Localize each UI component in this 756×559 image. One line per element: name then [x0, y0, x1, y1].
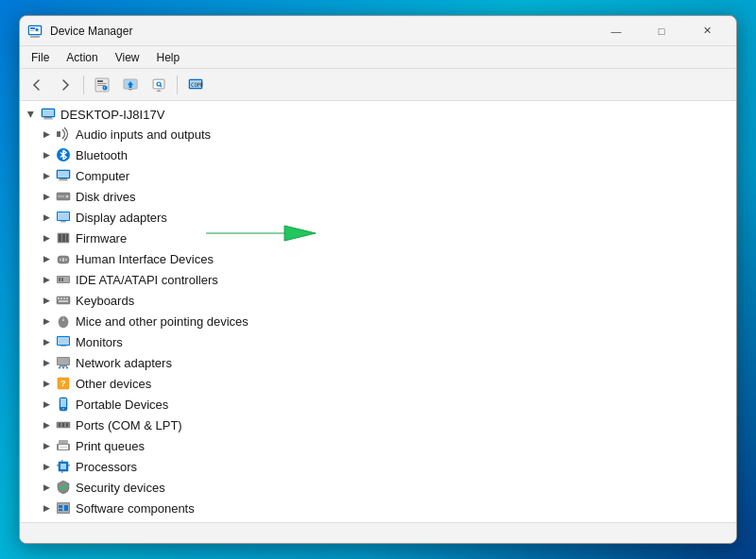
close-button[interactable]: ✕	[685, 16, 729, 46]
expand-arrow-keyboards: ▶	[39, 293, 54, 308]
expand-arrow-security: ▶	[39, 480, 54, 495]
tree-item-monitors[interactable]: ▶ Monitors	[20, 331, 736, 352]
svg-rect-31	[59, 180, 68, 181]
tree-root[interactable]: ▶ DESKTOP-IJ8I17V	[20, 105, 736, 124]
menu-view[interactable]: View	[108, 49, 147, 66]
svg-rect-55	[59, 300, 68, 302]
expand-arrow-bluetooth: ▶	[39, 147, 54, 162]
processors-icon	[56, 459, 71, 474]
svg-rect-89	[59, 505, 62, 508]
tree-item-mice[interactable]: ▶ Mice and other pointing devices	[20, 311, 736, 331]
svg-rect-34	[58, 195, 64, 197]
svg-point-33	[66, 195, 69, 198]
svg-rect-91	[64, 505, 68, 511]
svg-rect-71	[60, 398, 66, 407]
window-controls: — □ ✕	[594, 16, 729, 46]
expand-arrow-other: ▶	[39, 376, 54, 391]
tree-item-keyboards[interactable]: ▶ Keyboards	[20, 290, 736, 311]
toolbar-separator-1	[83, 76, 84, 94]
maximize-button[interactable]: □	[640, 16, 683, 46]
svg-rect-85	[61, 460, 63, 462]
menu-help[interactable]: Help	[149, 49, 188, 66]
svg-rect-39	[59, 234, 61, 242]
svg-rect-60	[58, 337, 69, 345]
tree-item-bluetooth[interactable]: ▶ Bluetooth	[20, 144, 736, 165]
svg-rect-16	[154, 80, 163, 88]
svg-rect-53	[63, 297, 65, 299]
scan-button[interactable]	[146, 73, 172, 97]
security-label: Security devices	[76, 481, 165, 495]
update-driver-button[interactable]	[117, 73, 144, 97]
tree-item-portable[interactable]: ▶ Portable Devices	[20, 394, 736, 415]
tree-content[interactable]: ▶ DESKTOP-IJ8I17V ▶ Audio inputs and out…	[20, 101, 736, 522]
tree-item-computer[interactable]: ▶ Computer	[20, 165, 736, 186]
expand-arrow-audio: ▶	[39, 127, 54, 142]
svg-rect-37	[60, 221, 66, 223]
tree-item-hid[interactable]: ▶ Human Interface Devices	[20, 248, 736, 269]
tree-item-ports[interactable]: ▶ Ports (COM & LPT)	[20, 415, 736, 435]
tree-item-firmware[interactable]: ▶ Firmware	[20, 228, 736, 248]
menu-file[interactable]: File	[24, 49, 57, 66]
svg-point-43	[60, 259, 61, 261]
tree-item-ide[interactable]: ▶ IDE ATA/ATAPI controllers	[20, 269, 736, 290]
svg-rect-82	[60, 464, 66, 469]
expand-arrow-ports: ▶	[39, 417, 54, 432]
softwarecomp-icon	[56, 500, 71, 516]
tree-item-diskdrives[interactable]: ▶ Disk drives	[20, 186, 736, 207]
expand-arrow-displayadapters: ▶	[39, 210, 54, 225]
svg-rect-9	[97, 83, 107, 84]
other-label: Other devices	[76, 377, 151, 391]
tree-item-network[interactable]: ▶ Network adapters	[20, 352, 736, 373]
tree-item-softwarecomp[interactable]: ▶ Software components	[20, 498, 736, 518]
status-bar	[20, 522, 736, 543]
softwarecomp-label: Software components	[76, 501, 195, 516]
svg-rect-29	[58, 171, 69, 178]
diskdrives-label: Disk drives	[76, 190, 136, 204]
help-button[interactable]: COMP	[182, 73, 209, 97]
expand-arrow-ide: ▶	[39, 272, 54, 287]
tree-item-print[interactable]: ▶ Print queues	[20, 435, 736, 456]
softwaredev-label: Software devices	[76, 522, 169, 523]
expand-arrow-hid: ▶	[39, 251, 54, 266]
svg-point-72	[62, 408, 64, 410]
expand-arrow-print: ▶	[39, 438, 54, 453]
tree-item-displayadapters[interactable]: ▶ Display adapters	[20, 207, 736, 228]
back-button[interactable]	[24, 73, 50, 97]
bluetooth-label: Bluetooth	[76, 148, 128, 162]
svg-rect-61	[60, 346, 66, 347]
svg-rect-83	[57, 465, 59, 466]
tree-item-security[interactable]: ▶ Security devices	[20, 477, 736, 498]
tree-item-processors[interactable]: ▶ Processors	[20, 456, 736, 477]
forward-button[interactable]	[52, 73, 78, 97]
computer-icon	[41, 107, 56, 122]
svg-rect-54	[66, 297, 68, 299]
bluetooth-icon	[56, 147, 71, 162]
svg-rect-23	[43, 110, 54, 116]
ide-label: IDE ATA/ATAPI controllers	[76, 273, 218, 287]
svg-rect-24	[44, 117, 52, 119]
svg-rect-49	[61, 278, 63, 281]
menu-action[interactable]: Action	[59, 49, 105, 66]
svg-rect-4	[30, 30, 34, 31]
expand-arrow-mice: ▶	[39, 313, 54, 329]
keyboards-label: Keyboards	[76, 294, 134, 308]
tree-item-softwaredev[interactable]: ▶ </> Software devices	[20, 518, 736, 522]
svg-rect-40	[62, 234, 65, 242]
svg-text:?: ?	[60, 379, 66, 388]
svg-rect-79	[59, 440, 68, 444]
tree-item-other[interactable]: ▶ ? Other devices	[20, 373, 736, 394]
expand-arrow-softwarecomp: ▶	[39, 500, 54, 516]
svg-rect-75	[62, 423, 64, 427]
expand-arrow-firmware: ▶	[39, 230, 54, 246]
expand-arrow-diskdrives: ▶	[39, 189, 54, 204]
computer-icon	[56, 168, 71, 183]
ide-icon	[56, 272, 71, 287]
other-icon: ?	[56, 376, 71, 391]
ports-label: Ports (COM & LPT)	[76, 418, 182, 432]
svg-rect-86	[61, 471, 63, 473]
properties-button[interactable]: i	[89, 73, 115, 97]
tree-item-audio[interactable]: ▶ Audio inputs and outputs	[20, 124, 736, 144]
minimize-button[interactable]: —	[594, 16, 638, 46]
svg-rect-3	[30, 27, 35, 29]
svg-point-44	[65, 259, 67, 261]
